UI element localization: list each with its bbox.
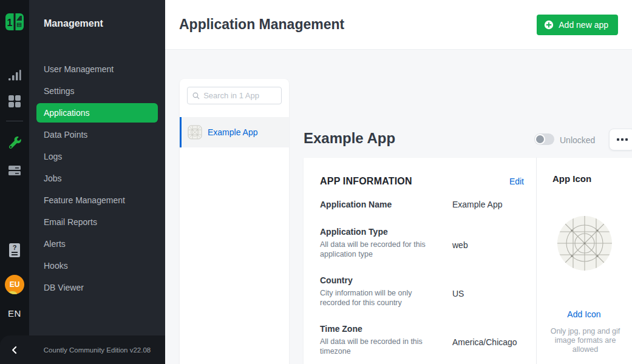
field-value: US (452, 275, 464, 308)
app-placeholder-icon (188, 125, 202, 140)
svg-text:1: 1 (7, 18, 13, 28)
ellipsis-icon (617, 138, 619, 141)
field-application-name: Application Name Example App (320, 199, 524, 211)
sidebar-item-settings[interactable]: Settings (29, 80, 165, 102)
icon-rail: 1 (0, 0, 29, 364)
sidebar-item-hooks[interactable]: Hooks (29, 255, 165, 277)
field-value: Example App (452, 199, 503, 211)
sidebar-item-logs[interactable]: Logs (29, 146, 165, 167)
countly-logo-icon[interactable]: 1 (0, 12, 29, 32)
content-area: Example App Example App Unlocked APP INF… (165, 50, 632, 364)
app-detail-card: APP INFORMATION Edit Application Name Ex… (304, 158, 632, 364)
app-list-panel: Example App (180, 79, 289, 364)
sidebar-title: Management (29, 0, 165, 29)
version-text: Countly Community Edition v22.08 (29, 346, 165, 354)
app-information-section: APP INFORMATION Edit Application Name Ex… (304, 158, 537, 364)
collapse-sidebar-button[interactable] (0, 344, 29, 356)
sidebar-item-email-reports[interactable]: Email Reports (29, 211, 165, 233)
app-icon-panel: App Icon (537, 158, 632, 364)
app-search-input[interactable] (203, 91, 276, 100)
field-application-type: Application Type All data will be record… (320, 226, 524, 259)
more-options-button[interactable] (609, 129, 632, 150)
data-stack-icon[interactable] (0, 164, 29, 177)
toggle-knob (535, 134, 545, 144)
app-list-item-example-app[interactable]: Example App (180, 117, 289, 147)
add-icon-link[interactable]: Add Icon (537, 309, 631, 319)
sidebar-item-db-viewer[interactable]: DB Viewer (29, 277, 165, 298)
plus-circle-icon (544, 20, 554, 30)
wrench-management-icon[interactable] (0, 136, 29, 150)
page-header: Application Management Add new app (165, 0, 632, 50)
sidebar-item-user-management[interactable]: User Management (29, 58, 165, 80)
field-country: Country City information will be only re… (320, 275, 524, 308)
main-area: Application Management Add new app (165, 0, 632, 364)
search-icon (192, 92, 200, 100)
chevron-left-icon (8, 344, 21, 356)
field-value: web (452, 226, 468, 259)
app-detail-title: Example App (304, 130, 395, 147)
app-information-title: APP INFORMATION (320, 176, 412, 187)
lock-toggle-label: Unlocked (560, 135, 595, 145)
lock-toggle[interactable] (534, 133, 554, 145)
sidebar-nav: User Management Settings Applications Da… (29, 58, 165, 298)
user-avatar[interactable]: EU (0, 275, 29, 294)
edit-link[interactable]: Edit (509, 177, 524, 186)
bar-chart-icon[interactable] (0, 69, 29, 82)
language-selector[interactable]: EN (0, 308, 29, 318)
page-title: Application Management (179, 16, 344, 33)
sidebar-item-jobs[interactable]: Jobs (29, 167, 165, 189)
sidebar-item-alerts[interactable]: Alerts (29, 233, 165, 255)
add-new-app-button[interactable]: Add new app (537, 15, 618, 35)
sidebar-item-feature-management[interactable]: Feature Management (29, 189, 165, 211)
management-sidebar: Management User Management Settings Appl… (29, 0, 165, 364)
sidebar-item-applications[interactable]: Applications (29, 102, 165, 124)
app-icon-title: App Icon (552, 174, 591, 184)
field-time-zone: Time Zone All data will be recorded in t… (320, 323, 524, 356)
sphere-grid-placeholder-icon (557, 215, 613, 271)
icon-format-hint: Only jpg, png and gif image formats are … (548, 327, 623, 354)
rail-divider (6, 121, 23, 121)
grid-apps-icon[interactable] (0, 95, 29, 108)
app-list-item-label: Example App (208, 127, 258, 137)
countly-management-screen: 1 (0, 0, 632, 364)
app-search-box[interactable] (187, 87, 282, 104)
feedback-help-icon[interactable]: ? (0, 243, 29, 258)
app-icon-placeholder (557, 215, 613, 274)
avatar-initials: EU (10, 280, 20, 289)
sidebar-item-data-points[interactable]: Data Points (29, 124, 165, 146)
field-value: America/Chicago (452, 323, 517, 356)
svg-text:?: ? (13, 244, 17, 251)
sidebar-footer: Countly Community Edition v22.08 (0, 335, 165, 364)
avatar-status-arc (7, 291, 17, 294)
